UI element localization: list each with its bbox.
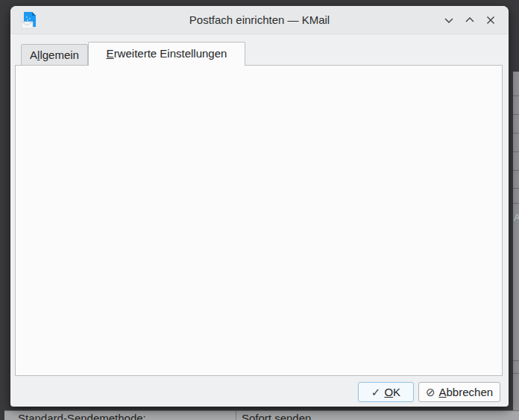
cancel-button[interactable]: ⊘Abbrechen [418,382,500,402]
divider [513,170,519,171]
tab-allgemein[interactable]: Allgemein [21,44,88,66]
mailbox-setup-dialog: Postfach einrichten — KMail Allgemein Er… [10,6,509,407]
ok-button-label: OK [384,386,400,398]
background-window-bottom-strip: Standard-Sendemethode: Sofort senden [4,410,519,420]
window-title: Postfach einrichten — KMail [10,13,509,26]
divider [513,373,519,374]
divider [513,114,519,115]
divider [513,133,519,134]
close-icon[interactable] [485,14,497,26]
background-window-label: Standard-Sendemethode: [18,412,146,420]
background-window-right-edge: A [513,72,519,420]
tab-erweiterte-einstellungen[interactable]: Erweiterte Einstellungen [88,42,245,66]
chevron-up-icon[interactable] [464,14,476,26]
check-icon: ✓ [371,386,381,398]
divider [513,95,519,96]
chevron-down-icon[interactable] [443,14,455,26]
cancel-button-label: Abbrechen [439,386,494,398]
divider [513,360,519,361]
divider [513,188,519,189]
background-window-text-fragment: A [514,212,519,223]
divider [513,151,519,152]
tab-panel [15,65,503,376]
divider [236,411,236,420]
background-window-value: Sofort senden [242,412,311,420]
ok-button[interactable]: ✓OK [358,382,414,402]
titlebar[interactable]: Postfach einrichten — KMail [10,6,509,34]
cancel-icon: ⊘ [426,386,435,398]
divider [513,203,519,204]
